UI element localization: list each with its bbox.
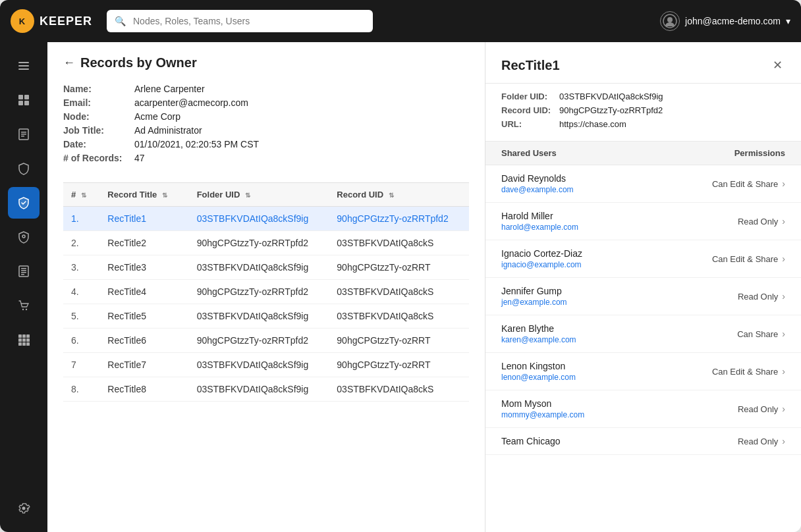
shared-user-row[interactable]: Harold Miller harold@example.com Read On… (485, 203, 801, 240)
table-row[interactable]: 7 RecTitle7 03STBFKVDAtIQa8ckSf9ig 90hgC… (63, 353, 469, 377)
content-area: ← Records by Owner Name: Arlene Carpente… (47, 42, 801, 532)
col-header-record-uid[interactable]: Record UID ⇅ (329, 183, 469, 207)
sidebar-item-menu[interactable] (8, 50, 40, 82)
table-row[interactable]: 6. RecTitle6 90hgCPGtzzTy-ozRRTpfd2 90hg… (63, 329, 469, 353)
sidebar (0, 42, 47, 532)
cell-title[interactable]: RecTitle6 (99, 329, 188, 353)
chevron-right-icon[interactable]: › (782, 178, 785, 189)
permission-label: Can Share (737, 329, 778, 339)
cell-num[interactable]: 2. (63, 231, 99, 255)
records-table: # ⇅ Record Title ⇅ Folder UID ⇅ Record U… (63, 182, 469, 402)
cell-folder-uid[interactable]: 90hgCPGtzzTy-ozRRTpfd2 (189, 231, 329, 255)
shared-user-info: Mom Myson mommy@example.com (501, 398, 584, 419)
date-value: 01/10/2021, 02:20:53 PM CST (134, 139, 259, 149)
cell-title[interactable]: RecTitle7 (99, 353, 188, 377)
table-row[interactable]: 2. RecTitle2 90hgCPGtzzTy-ozRRTpfd2 03ST… (63, 231, 469, 255)
shared-user-info: Harold Miller harold@example.com (501, 211, 578, 232)
shared-user-row[interactable]: Mom Myson mommy@example.com Read Only › (485, 390, 801, 428)
shared-user-name: David Reynolds (501, 173, 574, 184)
url-value: https://chase.com (559, 119, 626, 129)
table-row[interactable]: 8. RecTitle8 03STBFKVDAtIQa8ckSf9ig 03ST… (63, 377, 469, 402)
cell-num[interactable]: 4. (63, 280, 99, 304)
shared-user-row[interactable]: Team Chicago Read Only › (485, 428, 801, 455)
shared-user-permission: Can Edit & Share › (712, 178, 785, 189)
user-menu[interactable]: john@acme-demo.com ▾ (660, 11, 790, 31)
search-input[interactable] (107, 10, 373, 32)
col-header-title[interactable]: Record Title ⇅ (99, 183, 188, 207)
col-header-num[interactable]: # ⇅ (63, 183, 99, 207)
cell-folder-uid[interactable]: 03STBFKVDAtIQa8ckSf9ig (189, 353, 329, 377)
cell-record-uid[interactable]: 90hgCPGtzzTy-ozRRT (329, 255, 469, 280)
cell-num[interactable]: 7 (63, 353, 99, 377)
owner-email-row: Email: acarpenter@acmecorp.com (63, 97, 469, 108)
sidebar-item-grid[interactable] (8, 324, 40, 356)
chevron-right-icon[interactable]: › (782, 253, 785, 264)
cell-record-uid[interactable]: 03STBFKVDAtIQa8ckS (329, 231, 469, 255)
close-button[interactable]: ✕ (770, 55, 785, 75)
sidebar-item-shield[interactable] (8, 153, 40, 184)
navbar: K KEEPER 🔍 john@acme-demo.com ▾ (0, 0, 801, 42)
cell-record-uid[interactable]: 03STBFKVDAtIQa8ckS (329, 377, 469, 402)
cell-folder-uid[interactable]: 03STBFKVDAtIQa8ckSf9ig (189, 207, 329, 231)
cell-record-uid[interactable]: 90hgCPGtzzTy-ozRRTpfd2 (329, 207, 469, 231)
sidebar-item-shop[interactable] (8, 290, 40, 321)
cell-num[interactable]: 1. (63, 207, 99, 231)
shared-users-label: Shared Users (501, 148, 557, 158)
cell-folder-uid[interactable]: 03STBFKVDAtIQa8ckSf9ig (189, 377, 329, 402)
shared-user-permission: Can Share › (737, 329, 785, 339)
cell-folder-uid[interactable]: 90hgCPGtzzTy-ozRRTpfd2 (189, 329, 329, 353)
search-bar[interactable]: 🔍 (107, 10, 373, 32)
svg-rect-26 (18, 338, 22, 342)
cell-num[interactable]: 3. (63, 255, 99, 280)
shared-user-name: Karen Blythe (501, 323, 576, 334)
cell-record-uid[interactable]: 90hgCPGtzzTy-ozRRT (329, 329, 469, 353)
table-row[interactable]: 5. RecTitle5 03STBFKVDAtIQa8ckSf9ig 03ST… (63, 304, 469, 329)
chevron-right-icon[interactable]: › (782, 366, 785, 377)
cell-title[interactable]: RecTitle4 (99, 280, 188, 304)
back-button[interactable]: ← (63, 56, 75, 70)
cell-record-uid[interactable]: 03STBFKVDAtIQa8ckS (329, 280, 469, 304)
cell-title[interactable]: RecTitle5 (99, 304, 188, 329)
cell-folder-uid[interactable]: 90hgCPGtzzTy-ozRRTpfd2 (189, 280, 329, 304)
cell-num[interactable]: 6. (63, 329, 99, 353)
shared-user-row[interactable]: Ignacio Cortez-Diaz ignacio@example.com … (485, 240, 801, 278)
email-label: Email: (63, 97, 129, 108)
shared-users-section: Shared Users Permissions David Reynolds … (485, 142, 801, 532)
sidebar-item-role-shield[interactable] (8, 221, 40, 253)
chevron-right-icon[interactable]: › (782, 291, 785, 302)
cell-title[interactable]: RecTitle3 (99, 255, 188, 280)
shared-user-row[interactable]: David Reynolds dave@example.com Can Edit… (485, 165, 801, 203)
sidebar-item-active-vault[interactable] (8, 187, 40, 219)
owner-node-row: Node: Acme Corp (63, 111, 469, 122)
cell-folder-uid[interactable]: 03STBFKVDAtIQa8ckSf9ig (189, 255, 329, 280)
sidebar-item-reports[interactable] (8, 255, 40, 287)
chevron-right-icon[interactable]: › (782, 216, 785, 226)
shared-user-name: Harold Miller (501, 211, 578, 221)
shared-user-row[interactable]: Jennifer Gump jen@example.com Read Only … (485, 278, 801, 315)
shared-user-row[interactable]: Lenon Kingston lenon@example.com Can Edi… (485, 353, 801, 390)
table-row[interactable]: 1. RecTitle1 03STBFKVDAtIQa8ckSf9ig 90hg… (63, 207, 469, 231)
table-row[interactable]: 3. RecTitle3 03STBFKVDAtIQa8ckSf9ig 90hg… (63, 255, 469, 280)
col-header-folder-uid[interactable]: Folder UID ⇅ (189, 183, 329, 207)
shared-user-email: jen@example.com (501, 298, 567, 307)
sidebar-item-dashboard[interactable] (8, 84, 40, 116)
table-row[interactable]: 4. RecTitle4 90hgCPGtzzTy-ozRRTpfd2 03ST… (63, 280, 469, 304)
cell-title[interactable]: RecTitle8 (99, 377, 188, 402)
shared-user-row[interactable]: Karen Blythe karen@example.com Can Share… (485, 315, 801, 353)
cell-record-uid[interactable]: 90hgCPGtzzTy-ozRRT (329, 353, 469, 377)
user-dropdown-icon[interactable]: ▾ (786, 16, 790, 26)
chevron-right-icon[interactable]: › (782, 404, 785, 414)
cell-num[interactable]: 8. (63, 377, 99, 402)
shared-user-email: harold@example.com (501, 223, 578, 232)
cell-title[interactable]: RecTitle1 (99, 207, 188, 231)
cell-folder-uid[interactable]: 03STBFKVDAtIQa8ckSf9ig (189, 304, 329, 329)
chevron-right-icon[interactable]: › (782, 436, 785, 446)
svg-rect-19 (21, 272, 26, 273)
cell-title[interactable]: RecTitle2 (99, 231, 188, 255)
cell-num[interactable]: 5. (63, 304, 99, 329)
chevron-right-icon[interactable]: › (782, 329, 785, 339)
sidebar-item-settings[interactable] (8, 492, 40, 524)
right-panel: RecTitle1 ✕ Folder UID: 03STBFKVDAtIQa8c… (485, 42, 801, 532)
cell-record-uid[interactable]: 03STBFKVDAtIQa8ckS (329, 304, 469, 329)
sidebar-item-records[interactable] (8, 119, 40, 150)
